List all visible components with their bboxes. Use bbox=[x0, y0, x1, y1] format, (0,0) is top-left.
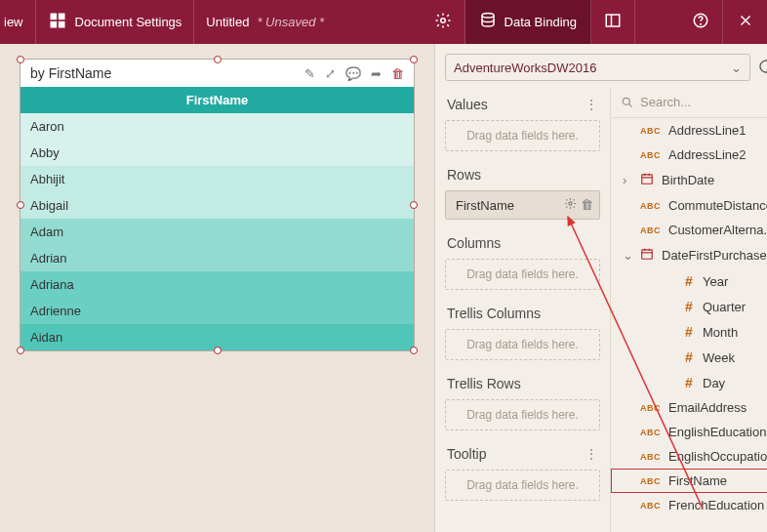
text-type-icon: ABC bbox=[640, 476, 661, 486]
text-type-icon: ABC bbox=[640, 403, 661, 413]
text-type-icon: ABC bbox=[640, 225, 661, 235]
svg-rect-1 bbox=[58, 14, 64, 20]
visual-widget[interactable]: by FirstName ✎ ⤢ 💬 ➦ 🗑 FirstName AaronAb… bbox=[20, 59, 415, 351]
comment-icon[interactable]: 💬 bbox=[345, 66, 361, 81]
visual-data-cell: Abby bbox=[20, 140, 414, 166]
config-column: Values⋮ Drag data fields here. Rows Firs… bbox=[435, 87, 611, 532]
number-type-icon: # bbox=[683, 273, 695, 289]
visual-title: by FirstName bbox=[30, 65, 111, 81]
visual-data-cell: Adrian bbox=[20, 245, 414, 271]
trash-icon[interactable]: 🗑 bbox=[581, 197, 593, 213]
number-type-icon: # bbox=[683, 375, 695, 390]
trellis-columns-section-header: Trellis Columns bbox=[435, 296, 610, 325]
number-type-icon: # bbox=[683, 299, 695, 314]
svg-rect-0 bbox=[50, 14, 57, 20]
visual-data-cell: Aaron bbox=[20, 113, 414, 140]
svg-point-4 bbox=[440, 19, 445, 23]
document-name: Untitled * Unsaved * bbox=[194, 0, 336, 44]
field-item[interactable]: ABCFirstName bbox=[611, 469, 767, 493]
view-tab-partial[interactable]: iew bbox=[0, 0, 36, 44]
visual-data-cell: Adrienne bbox=[20, 298, 414, 324]
edit-icon[interactable]: ✎ bbox=[304, 66, 315, 81]
canvas-area[interactable]: by FirstName ✎ ⤢ 💬 ➦ 🗑 FirstName AaronAb… bbox=[0, 44, 434, 532]
field-item[interactable]: #Week bbox=[611, 345, 767, 370]
svg-rect-6 bbox=[606, 15, 620, 26]
text-type-icon: ABC bbox=[640, 501, 661, 511]
settings-button[interactable] bbox=[422, 0, 465, 44]
data-binding-panel: AdventureWorksDW2016 ⌄ Values⋮ Drag data… bbox=[434, 44, 767, 532]
field-item[interactable]: ABCEnglishOccupation bbox=[611, 444, 767, 469]
database-icon bbox=[479, 12, 497, 32]
tooltip-section-header: Tooltip⋮ bbox=[435, 436, 610, 466]
field-item[interactable]: ABCFrenchEducation bbox=[611, 493, 767, 517]
visual-title-bar: by FirstName ✎ ⤢ 💬 ➦ 🗑 bbox=[20, 60, 414, 87]
field-item[interactable]: ABCEnglishEducation bbox=[611, 420, 767, 444]
close-button[interactable] bbox=[723, 0, 767, 44]
field-item[interactable]: ABCCustomerAlterna... bbox=[611, 218, 767, 242]
gear-icon bbox=[434, 12, 452, 32]
delete-icon[interactable]: 🗑 bbox=[391, 66, 404, 81]
data-binding-tab[interactable]: Data Binding bbox=[465, 0, 591, 44]
visual-data-cell: Adam bbox=[20, 219, 414, 245]
field-item[interactable]: #Day bbox=[611, 370, 767, 395]
rows-section-header: Rows bbox=[435, 157, 610, 186]
more-icon[interactable]: ⋮ bbox=[585, 446, 598, 462]
visual-data-cell: Adriana bbox=[20, 271, 414, 298]
top-bar: iew Document Settings Untitled * Unsaved… bbox=[0, 0, 767, 44]
refresh-button[interactable] bbox=[758, 59, 767, 77]
panel-toggle-button[interactable] bbox=[591, 0, 635, 44]
svg-rect-15 bbox=[642, 175, 653, 184]
rows-field-chip[interactable]: FirstName 🗑 bbox=[445, 190, 600, 220]
text-type-icon: ABC bbox=[640, 428, 661, 437]
field-item[interactable]: #Quarter bbox=[611, 294, 767, 319]
columns-section-header: Columns bbox=[435, 225, 610, 255]
fields-column: Search... ABCAddressLine1ABCAddressLine2… bbox=[611, 87, 767, 532]
values-section-header: Values⋮ bbox=[435, 87, 610, 116]
tooltip-dropzone[interactable]: Drag data fields here. bbox=[445, 470, 600, 501]
svg-rect-2 bbox=[50, 21, 57, 28]
gear-icon[interactable] bbox=[564, 197, 577, 213]
visual-data-cell: Abigail bbox=[20, 192, 414, 219]
field-search[interactable]: Search... bbox=[611, 87, 767, 118]
values-dropzone[interactable]: Drag data fields here. bbox=[445, 120, 600, 151]
field-item[interactable]: #Month bbox=[611, 319, 767, 345]
text-type-icon: ABC bbox=[640, 452, 661, 462]
chevron-down-icon: ⌄ bbox=[731, 61, 742, 75]
panel-icon bbox=[604, 12, 622, 32]
svg-rect-19 bbox=[642, 250, 653, 259]
trellis-columns-dropzone[interactable]: Drag data fields here. bbox=[445, 329, 600, 360]
svg-point-12 bbox=[569, 202, 572, 205]
help-button[interactable] bbox=[679, 0, 723, 44]
field-item[interactable]: ABCAddressLine1 bbox=[611, 118, 767, 143]
trellis-rows-section-header: Trellis Rows bbox=[435, 366, 610, 395]
text-type-icon: ABC bbox=[640, 126, 661, 136]
grid-icon bbox=[48, 11, 67, 33]
more-icon[interactable]: ⋮ bbox=[585, 97, 598, 112]
field-item[interactable]: ABCAddressLine2 bbox=[611, 143, 767, 167]
share-icon[interactable]: ➦ bbox=[371, 66, 382, 81]
search-icon bbox=[621, 96, 634, 109]
svg-point-9 bbox=[701, 23, 702, 24]
document-settings-button[interactable]: Document Settings bbox=[36, 0, 195, 44]
number-type-icon: # bbox=[683, 324, 695, 340]
field-item[interactable]: #Year bbox=[611, 268, 767, 294]
expand-icon[interactable]: ⤢ bbox=[325, 66, 336, 81]
visual-data-cell: Abhijit bbox=[20, 166, 414, 192]
trellis-rows-dropzone[interactable]: Drag data fields here. bbox=[445, 399, 600, 430]
field-item[interactable]: ABCEmailAddress bbox=[611, 395, 767, 420]
svg-rect-3 bbox=[58, 21, 64, 28]
date-type-icon bbox=[640, 172, 654, 188]
text-type-icon: ABC bbox=[640, 150, 661, 160]
field-item[interactable]: ABCCommuteDistance bbox=[611, 193, 767, 218]
field-item[interactable]: ›BirthDate bbox=[611, 167, 767, 193]
number-type-icon: # bbox=[683, 349, 695, 365]
close-icon bbox=[737, 12, 754, 32]
text-type-icon: ABC bbox=[640, 201, 661, 211]
svg-point-13 bbox=[623, 98, 629, 104]
svg-point-5 bbox=[482, 14, 494, 19]
date-type-icon bbox=[640, 247, 654, 264]
dataset-dropdown[interactable]: AdventureWorksDW2016 ⌄ bbox=[445, 54, 750, 81]
field-item[interactable]: ⌄DateFirstPurchase bbox=[611, 242, 767, 268]
svg-line-14 bbox=[629, 103, 632, 106]
columns-dropzone[interactable]: Drag data fields here. bbox=[445, 259, 600, 290]
